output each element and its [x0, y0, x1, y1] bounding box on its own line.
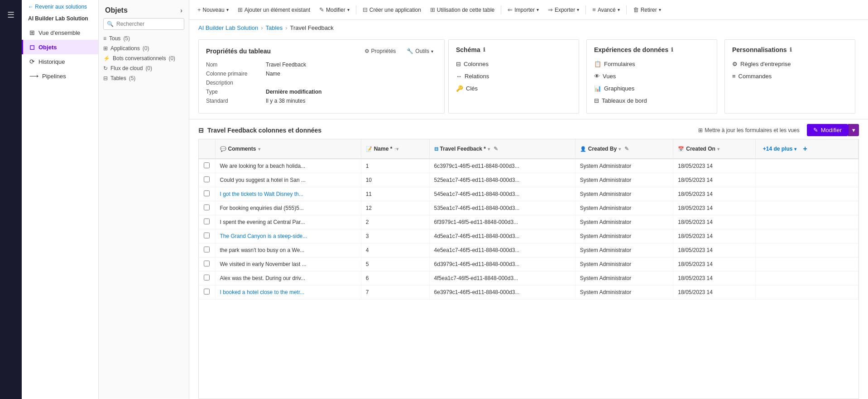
created-on-column-header[interactable]: 📅 Created On ▾ — [673, 139, 756, 159]
commandes-link[interactable]: ≡ Commandes — [732, 70, 848, 82]
travel-feedback-cell: 535ea1c7-46f5-ed11-8848-000d3... — [429, 201, 575, 215]
sidebar-item-historique[interactable]: ⟳ Historique — [22, 54, 98, 69]
group-flux-count: (0) — [145, 65, 152, 71]
cles-link[interactable]: 🔑 Clés — [456, 82, 571, 95]
comments-cell: We visited in early November last ... — [215, 257, 361, 271]
tf-edit-icon[interactable]: ✎ — [494, 146, 498, 152]
extra-cols-cell — [755, 173, 858, 187]
divider-4 — [626, 5, 627, 14]
sidebar: ← Revenir aux solutions AI Builder Lab S… — [22, 0, 99, 399]
tableaux-link[interactable]: ⊟ Tableaux de bord — [594, 95, 710, 107]
data-grid-area: ⊟ Travel Feedback colonnes et données ⊞ … — [189, 119, 868, 399]
row-checkbox[interactable] — [204, 261, 210, 266]
cb-edit-icon[interactable]: ✎ — [624, 146, 629, 152]
breadcrumb-tables[interactable]: Tables — [266, 24, 283, 31]
group-flux-label: Flux de cloud — [110, 65, 143, 71]
created-on-cell: 18/05/2023 14 — [673, 215, 756, 229]
comments-link[interactable]: I got the tickets to Walt Disney th... — [220, 191, 303, 197]
group-tables[interactable]: ⊟ Tables (5) — [99, 73, 189, 83]
group-tous[interactable]: ≡ Tous (5) — [99, 33, 189, 43]
vues-link[interactable]: 👁 Vues — [594, 70, 710, 82]
proprietes-button[interactable]: ⚙ Propriétés — [361, 46, 400, 56]
group-tous-label: Tous — [109, 35, 120, 42]
tf-col-label: Travel Feedback * — [440, 146, 486, 152]
modifier-main-button[interactable]: ✎ Modifier — [807, 124, 848, 136]
modifier-dropdown-button[interactable]: ▾ — [848, 124, 859, 136]
row-checkbox[interactable] — [204, 162, 210, 168]
name-column-header[interactable]: 📝 Name * ↑▾ — [361, 139, 429, 159]
data-table-wrapper: 💬 Comments ▾ 📝 Name * ↑▾ — [198, 139, 859, 399]
hamburger-icon[interactable]: ☰ — [0, 5, 22, 25]
travel-feedback-cell: 545ea1c7-46f5-ed11-8848-000d3... — [429, 187, 575, 201]
row-checkbox[interactable] — [204, 176, 210, 182]
group-flux[interactable]: ↻ Flux de cloud (0) — [99, 63, 189, 73]
row-checkbox[interactable] — [204, 247, 210, 252]
search-input[interactable] — [103, 18, 184, 30]
comments-column-header[interactable]: 💬 Comments ▾ — [215, 139, 361, 159]
comments-col-label: Comments — [228, 146, 256, 152]
row-selector-header — [199, 139, 215, 159]
tableaux-icon: ⊟ — [594, 97, 599, 104]
row-checkbox-cell — [199, 271, 215, 285]
utilisation-button[interactable]: ⊞ Utilisation de cette table — [427, 5, 498, 15]
advanced-icon: ≡ — [592, 6, 596, 13]
travel-feedback-cell: 6c3979c1-46f5-ed11-8848-000d3... — [429, 159, 575, 173]
nouveau-button[interactable]: + Nouveau ▾ — [194, 5, 232, 15]
back-to-solutions[interactable]: ← Revenir aux solutions — [22, 0, 98, 14]
table-body: We are looking for a beach holida... 1 6… — [199, 159, 858, 299]
update-icon: ⊞ — [698, 127, 703, 133]
update-forms-button[interactable]: ⊞ Mettre à jour les formulaires et les v… — [695, 125, 803, 135]
colonnes-link[interactable]: ⊟ Colonnes — [456, 58, 571, 70]
divider-2 — [501, 5, 501, 14]
comments-link[interactable]: The Grand Canyon is a steep-side... — [220, 233, 307, 239]
group-bots[interactable]: ⚡ Bots conversationnels (0) — [99, 53, 189, 63]
sidebar-item-objets[interactable]: ◻ Objets — [22, 40, 98, 54]
exporter-button[interactable]: ⇒ Exporter ▾ — [544, 5, 583, 15]
name-cell: 11 — [361, 187, 429, 201]
objects-panel-title: Objets › — [99, 0, 189, 18]
comments-link[interactable]: I booked a hotel close to the metr... — [220, 289, 305, 295]
create-app-icon: ⊟ — [363, 6, 368, 13]
relations-link[interactable]: ↔ Relations — [456, 70, 571, 82]
add-column-icon[interactable]: + — [798, 143, 811, 155]
row-checkbox[interactable] — [204, 218, 210, 224]
row-checkbox[interactable] — [204, 190, 210, 196]
created-by-column-header[interactable]: 👤 Created By ▾ ✎ — [575, 139, 673, 159]
export-icon: ⇒ — [548, 6, 553, 13]
breadcrumb-solution[interactable]: AI Builder Lab Solution — [198, 24, 258, 31]
modifier-toolbar-button[interactable]: ✎ Modifier ▾ — [316, 5, 353, 15]
props-card-header: Propriétés du tableau ⚙ Propriétés 🔧 Out… — [206, 46, 437, 56]
retirer-button[interactable]: 🗑 Retirer ▾ — [629, 5, 665, 15]
objets-icon: ◻ — [29, 43, 35, 51]
travel-feedback-cell: 6d3979c1-46f5-ed11-8848-000d3... — [429, 257, 575, 271]
regles-link[interactable]: ⚙ Règles d'entreprise — [732, 58, 848, 70]
outils-button[interactable]: 🔧 Outils ▾ — [403, 46, 437, 56]
ajouter-button[interactable]: ⊞ Ajouter un élément existant — [234, 5, 314, 15]
formulaires-link[interactable]: 📋 Formulaires — [594, 58, 710, 70]
table-row: Alex was the best. During our driv... 6 … — [199, 271, 858, 285]
row-checkbox[interactable] — [204, 204, 210, 210]
travel-feedback-cell: 6e3979c1-46f5-ed11-8848-000d3... — [429, 285, 575, 299]
description-value — [266, 80, 437, 86]
importer-button[interactable]: ⇐ Importer ▾ — [504, 5, 542, 15]
comments-cell: The Grand Canyon is a steep-side... — [215, 229, 361, 243]
extra-cols-cell — [755, 201, 858, 215]
row-checkbox[interactable] — [204, 275, 210, 280]
travel-feedback-column-header[interactable]: ⊟ Travel Feedback * ▾ ✎ — [429, 139, 575, 159]
sidebar-item-pipelines[interactable]: ⟶ Pipelines — [22, 69, 98, 83]
import-icon: ⇐ — [508, 6, 513, 13]
properties-card: Propriétés du tableau ⚙ Propriétés 🔧 Out… — [198, 39, 445, 114]
creer-application-button[interactable]: ⊟ Créer une application — [359, 5, 425, 15]
row-checkbox[interactable] — [204, 233, 210, 238]
more-columns-header[interactable]: +14 de plus ▾ + — [755, 139, 858, 159]
sidebar-item-vue[interactable]: ⊞ Vue d'ensemble — [22, 25, 98, 40]
row-checkbox[interactable] — [204, 289, 210, 294]
group-bots-label: Bots conversationnels — [113, 55, 166, 62]
name-col-icon: 📝 — [366, 146, 372, 152]
perso-title: Personnalisations ℹ — [732, 46, 848, 53]
graphiques-link[interactable]: 📊 Graphiques — [594, 82, 710, 95]
group-applications[interactable]: ⊞ Applications (0) — [99, 43, 189, 53]
cb-sort-icon: ▾ — [619, 147, 621, 152]
close-panel-icon[interactable]: › — [180, 7, 182, 14]
avance-button[interactable]: ≡ Avancé ▾ — [589, 5, 623, 15]
